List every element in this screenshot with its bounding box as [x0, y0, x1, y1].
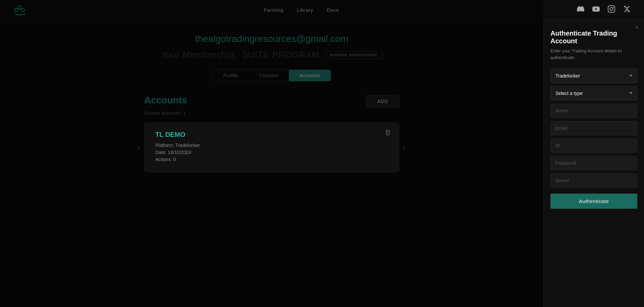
- main-content: thealgotradingresources@gmail.com Your M…: [0, 20, 644, 307]
- tab-accounts[interactable]: Accounts: [289, 70, 331, 81]
- delete-account-button[interactable]: [385, 130, 391, 137]
- prev-account-button[interactable]: ‹: [138, 144, 140, 151]
- account-platform: Platform: Tradelocker: [155, 143, 388, 148]
- next-account-button[interactable]: ›: [403, 144, 406, 151]
- nav-docs[interactable]: Docs: [327, 7, 339, 13]
- logo-icon: TheATR: [13, 4, 25, 16]
- social-icons: [577, 5, 631, 14]
- authenticate-panel: × Authenticate Trading Account Enter you…: [543, 20, 644, 307]
- authenticate-button[interactable]: Authenticate: [550, 194, 637, 209]
- accounts-title: Accounts: [144, 95, 187, 106]
- user-email: thealgotradingresources@gmail.com: [195, 34, 348, 44]
- logo: TheATR: [13, 4, 25, 16]
- account-date: Date: 18/10/2024: [155, 150, 388, 155]
- account-info: TL DEMO Platform: Tradelocker Date: 18/1…: [155, 131, 388, 164]
- accounts-section: Accounts ADD Current Accounts: 1 ‹ TL DE…: [144, 95, 399, 172]
- header: TheATR Farming Library Docs: [0, 0, 644, 20]
- x-twitter-icon[interactable]: [623, 5, 631, 14]
- panel-subtitle: Enter your Trading Account details to au…: [550, 48, 637, 61]
- svg-point-1: [18, 6, 21, 9]
- server-input[interactable]: [550, 173, 637, 188]
- svg-text:TheATR: TheATR: [15, 13, 25, 16]
- tab-connect[interactable]: Connect: [249, 70, 289, 81]
- manage-membership-button[interactable]: MANAGE MEMBERSHIP: [325, 51, 383, 59]
- id-input[interactable]: [550, 139, 637, 153]
- password-input[interactable]: [550, 156, 637, 170]
- nav-library[interactable]: Library: [297, 7, 313, 13]
- account-name: TL DEMO: [155, 131, 388, 139]
- accounts-header: Accounts ADD: [144, 95, 399, 108]
- membership-info: Your Membership: SUITE PROGRAM MANAGE ME…: [161, 50, 383, 60]
- membership-plan: SUITE PROGRAM: [242, 50, 320, 60]
- close-panel-button[interactable]: ×: [635, 24, 639, 31]
- youtube-icon[interactable]: [592, 5, 600, 14]
- svg-point-2: [21, 8, 24, 12]
- nav-farming[interactable]: Farming: [264, 7, 283, 13]
- main-nav: Farming Library Docs: [264, 7, 339, 13]
- content-area: thealgotradingresources@gmail.com Your M…: [0, 20, 543, 307]
- panel-title: Authenticate Trading Account: [550, 30, 637, 45]
- account-card: ‹ TL DEMO Platform: Tradelocker Date: 18…: [144, 122, 399, 172]
- instagram-icon[interactable]: [608, 5, 615, 14]
- account-actions: Actions: 0: [155, 157, 388, 162]
- membership-label: Your Membership:: [161, 50, 237, 60]
- platform-select[interactable]: Tradelocker: [550, 69, 637, 83]
- discord-icon[interactable]: [577, 5, 584, 14]
- type-select[interactable]: Select a type Live Demo: [550, 86, 637, 100]
- profile-tabs: Profile Connect Accounts: [212, 69, 331, 82]
- add-account-button[interactable]: ADD: [366, 95, 399, 108]
- tab-profile[interactable]: Profile: [213, 70, 249, 81]
- svg-point-0: [14, 8, 18, 12]
- name-input[interactable]: [550, 104, 637, 118]
- current-accounts-count: Current Accounts: 1: [144, 110, 399, 116]
- email-input[interactable]: [550, 121, 637, 135]
